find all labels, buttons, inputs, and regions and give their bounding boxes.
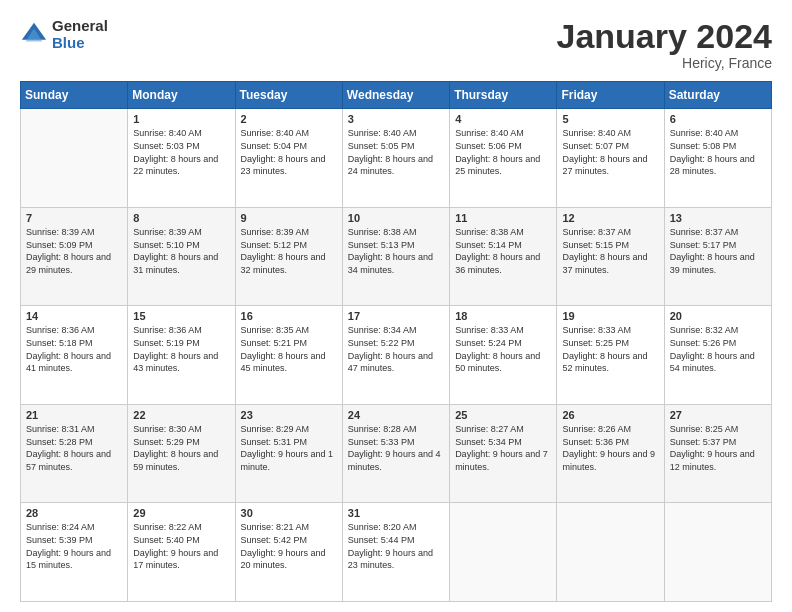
cell-details: Sunrise: 8:38 AMSunset: 5:14 PMDaylight:… <box>455 227 540 275</box>
day-number: 5 <box>562 113 658 125</box>
cell-details: Sunrise: 8:27 AMSunset: 5:34 PMDaylight:… <box>455 424 548 472</box>
day-number: 18 <box>455 310 551 322</box>
table-row: 13Sunrise: 8:37 AMSunset: 5:17 PMDayligh… <box>664 207 771 306</box>
table-row: 17Sunrise: 8:34 AMSunset: 5:22 PMDayligh… <box>342 306 449 405</box>
cell-details: Sunrise: 8:32 AMSunset: 5:26 PMDaylight:… <box>670 325 755 373</box>
col-saturday: Saturday <box>664 82 771 109</box>
cell-details: Sunrise: 8:26 AMSunset: 5:36 PMDaylight:… <box>562 424 655 472</box>
table-row: 1Sunrise: 8:40 AMSunset: 5:03 PMDaylight… <box>128 109 235 208</box>
col-friday: Friday <box>557 82 664 109</box>
cell-details: Sunrise: 8:33 AMSunset: 5:25 PMDaylight:… <box>562 325 647 373</box>
cell-details: Sunrise: 8:30 AMSunset: 5:29 PMDaylight:… <box>133 424 218 472</box>
cell-details: Sunrise: 8:34 AMSunset: 5:22 PMDaylight:… <box>348 325 433 373</box>
cell-details: Sunrise: 8:37 AMSunset: 5:17 PMDaylight:… <box>670 227 755 275</box>
cell-details: Sunrise: 8:29 AMSunset: 5:31 PMDaylight:… <box>241 424 334 472</box>
col-tuesday: Tuesday <box>235 82 342 109</box>
table-row: 3Sunrise: 8:40 AMSunset: 5:05 PMDaylight… <box>342 109 449 208</box>
table-row: 11Sunrise: 8:38 AMSunset: 5:14 PMDayligh… <box>450 207 557 306</box>
day-number: 24 <box>348 409 444 421</box>
day-number: 7 <box>26 212 122 224</box>
table-row: 6Sunrise: 8:40 AMSunset: 5:08 PMDaylight… <box>664 109 771 208</box>
cell-details: Sunrise: 8:37 AMSunset: 5:15 PMDaylight:… <box>562 227 647 275</box>
day-number: 23 <box>241 409 337 421</box>
table-row: 29Sunrise: 8:22 AMSunset: 5:40 PMDayligh… <box>128 503 235 602</box>
table-row: 22Sunrise: 8:30 AMSunset: 5:29 PMDayligh… <box>128 404 235 503</box>
day-number: 19 <box>562 310 658 322</box>
header: General Blue January 2024 Hericy, France <box>20 18 772 71</box>
col-thursday: Thursday <box>450 82 557 109</box>
day-number: 13 <box>670 212 766 224</box>
cell-details: Sunrise: 8:25 AMSunset: 5:37 PMDaylight:… <box>670 424 755 472</box>
table-row: 24Sunrise: 8:28 AMSunset: 5:33 PMDayligh… <box>342 404 449 503</box>
day-number: 12 <box>562 212 658 224</box>
calendar-header-row: Sunday Monday Tuesday Wednesday Thursday… <box>21 82 772 109</box>
table-row <box>557 503 664 602</box>
cell-details: Sunrise: 8:40 AMSunset: 5:07 PMDaylight:… <box>562 128 647 176</box>
day-number: 22 <box>133 409 229 421</box>
cell-details: Sunrise: 8:38 AMSunset: 5:13 PMDaylight:… <box>348 227 433 275</box>
day-number: 28 <box>26 507 122 519</box>
day-number: 17 <box>348 310 444 322</box>
cell-details: Sunrise: 8:36 AMSunset: 5:19 PMDaylight:… <box>133 325 218 373</box>
day-number: 3 <box>348 113 444 125</box>
table-row: 5Sunrise: 8:40 AMSunset: 5:07 PMDaylight… <box>557 109 664 208</box>
table-row <box>664 503 771 602</box>
logo: General Blue <box>20 18 108 51</box>
cell-details: Sunrise: 8:20 AMSunset: 5:44 PMDaylight:… <box>348 522 433 570</box>
table-row: 31Sunrise: 8:20 AMSunset: 5:44 PMDayligh… <box>342 503 449 602</box>
table-row <box>450 503 557 602</box>
cell-details: Sunrise: 8:36 AMSunset: 5:18 PMDaylight:… <box>26 325 111 373</box>
col-monday: Monday <box>128 82 235 109</box>
day-number: 8 <box>133 212 229 224</box>
day-number: 9 <box>241 212 337 224</box>
page: General Blue January 2024 Hericy, France… <box>0 0 792 612</box>
table-row: 30Sunrise: 8:21 AMSunset: 5:42 PMDayligh… <box>235 503 342 602</box>
cell-details: Sunrise: 8:39 AMSunset: 5:09 PMDaylight:… <box>26 227 111 275</box>
logo-blue: Blue <box>52 35 108 52</box>
table-row: 8Sunrise: 8:39 AMSunset: 5:10 PMDaylight… <box>128 207 235 306</box>
cell-details: Sunrise: 8:39 AMSunset: 5:10 PMDaylight:… <box>133 227 218 275</box>
day-number: 25 <box>455 409 551 421</box>
table-row: 16Sunrise: 8:35 AMSunset: 5:21 PMDayligh… <box>235 306 342 405</box>
table-row: 19Sunrise: 8:33 AMSunset: 5:25 PMDayligh… <box>557 306 664 405</box>
location: Hericy, France <box>557 55 773 71</box>
cell-details: Sunrise: 8:35 AMSunset: 5:21 PMDaylight:… <box>241 325 326 373</box>
title-block: January 2024 Hericy, France <box>557 18 773 71</box>
day-number: 10 <box>348 212 444 224</box>
cell-details: Sunrise: 8:40 AMSunset: 5:04 PMDaylight:… <box>241 128 326 176</box>
table-row: 9Sunrise: 8:39 AMSunset: 5:12 PMDaylight… <box>235 207 342 306</box>
day-number: 26 <box>562 409 658 421</box>
day-number: 6 <box>670 113 766 125</box>
cell-details: Sunrise: 8:24 AMSunset: 5:39 PMDaylight:… <box>26 522 111 570</box>
col-wednesday: Wednesday <box>342 82 449 109</box>
day-number: 4 <box>455 113 551 125</box>
table-row: 20Sunrise: 8:32 AMSunset: 5:26 PMDayligh… <box>664 306 771 405</box>
logo-text: General Blue <box>52 18 108 51</box>
day-number: 31 <box>348 507 444 519</box>
cell-details: Sunrise: 8:21 AMSunset: 5:42 PMDaylight:… <box>241 522 326 570</box>
cell-details: Sunrise: 8:28 AMSunset: 5:33 PMDaylight:… <box>348 424 441 472</box>
table-row: 25Sunrise: 8:27 AMSunset: 5:34 PMDayligh… <box>450 404 557 503</box>
table-row: 7Sunrise: 8:39 AMSunset: 5:09 PMDaylight… <box>21 207 128 306</box>
cell-details: Sunrise: 8:22 AMSunset: 5:40 PMDaylight:… <box>133 522 218 570</box>
table-row: 28Sunrise: 8:24 AMSunset: 5:39 PMDayligh… <box>21 503 128 602</box>
day-number: 2 <box>241 113 337 125</box>
table-row: 2Sunrise: 8:40 AMSunset: 5:04 PMDaylight… <box>235 109 342 208</box>
cell-details: Sunrise: 8:33 AMSunset: 5:24 PMDaylight:… <box>455 325 540 373</box>
table-row: 18Sunrise: 8:33 AMSunset: 5:24 PMDayligh… <box>450 306 557 405</box>
table-row: 21Sunrise: 8:31 AMSunset: 5:28 PMDayligh… <box>21 404 128 503</box>
cell-details: Sunrise: 8:40 AMSunset: 5:08 PMDaylight:… <box>670 128 755 176</box>
day-number: 21 <box>26 409 122 421</box>
cell-details: Sunrise: 8:40 AMSunset: 5:06 PMDaylight:… <box>455 128 540 176</box>
day-number: 16 <box>241 310 337 322</box>
day-number: 20 <box>670 310 766 322</box>
calendar-table: Sunday Monday Tuesday Wednesday Thursday… <box>20 81 772 602</box>
logo-general: General <box>52 18 108 35</box>
table-row: 15Sunrise: 8:36 AMSunset: 5:19 PMDayligh… <box>128 306 235 405</box>
cell-details: Sunrise: 8:31 AMSunset: 5:28 PMDaylight:… <box>26 424 111 472</box>
table-row: 27Sunrise: 8:25 AMSunset: 5:37 PMDayligh… <box>664 404 771 503</box>
day-number: 29 <box>133 507 229 519</box>
month-title: January 2024 <box>557 18 773 55</box>
day-number: 30 <box>241 507 337 519</box>
cell-details: Sunrise: 8:40 AMSunset: 5:05 PMDaylight:… <box>348 128 433 176</box>
